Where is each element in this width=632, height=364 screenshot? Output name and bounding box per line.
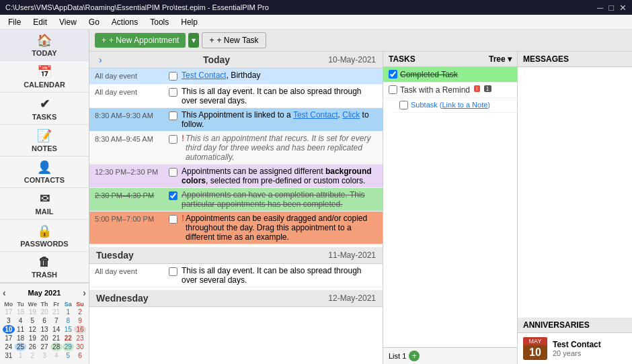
appt-checkbox[interactable]: [169, 215, 177, 224]
sidebar-item-tasks[interactable]: ✔ TASKS: [0, 93, 89, 124]
cal-cell[interactable]: 17: [3, 334, 15, 343]
sidebar-item-mail[interactable]: ✉ MAIL: [0, 188, 89, 220]
cal-cell[interactable]: 21: [50, 308, 63, 316]
cal-cell[interactable]: 4: [50, 351, 63, 360]
app-layout: 🏠 TODAY 📅 CALENDAR ✔ TASKS 📝 NOTES 👤 CON…: [0, 30, 632, 364]
menu-view[interactable]: View: [54, 16, 82, 28]
cal-cell[interactable]: 22: [63, 334, 75, 343]
cal-cell-today[interactable]: 10: [3, 325, 15, 334]
cal-cell[interactable]: 13: [38, 325, 50, 334]
cal-cell[interactable]: 2: [26, 351, 38, 360]
task-checkbox[interactable]: [389, 70, 397, 79]
appointment-830-930[interactable]: 8:30 AM–9:30 AM This Appointment is link…: [89, 108, 383, 132]
mini-cal-next[interactable]: ›: [83, 287, 86, 298]
cal-cell[interactable]: 26: [26, 343, 38, 351]
cal-cell[interactable]: 28: [50, 343, 63, 351]
cal-cell[interactable]: 20: [38, 334, 50, 343]
task-label: Subtask (Link to a Note): [411, 101, 490, 109]
menu-help[interactable]: Help: [175, 16, 203, 28]
day-nav-arrow[interactable]: ›: [96, 54, 105, 65]
cal-cell[interactable]: 7: [50, 316, 63, 325]
sidebar-item-contacts[interactable]: 👤 CONTACTS: [0, 156, 89, 188]
appt-checkbox[interactable]: [169, 267, 177, 276]
menu-tools[interactable]: Tools: [145, 16, 174, 28]
cal-cell[interactable]: 2: [74, 308, 86, 316]
sidebar-item-today[interactable]: 🏠 TODAY: [0, 30, 89, 61]
new-appointment-dropdown[interactable]: ▾: [188, 33, 199, 48]
menu-go[interactable]: Go: [83, 16, 105, 28]
cal-cell[interactable]: 11: [15, 325, 27, 334]
cal-cell[interactable]: 23: [74, 334, 86, 343]
appointment-allday-1[interactable]: All day event Test Contact, Birthday: [89, 69, 383, 85]
cal-cell[interactable]: 24: [3, 343, 15, 351]
cal-cell[interactable]: 6: [38, 316, 50, 325]
link-click[interactable]: Click: [342, 110, 360, 120]
appointment-allday-2[interactable]: All day event This is all day event. It …: [89, 85, 383, 108]
appointment-tue-allday[interactable]: All day event This is all day event. It …: [89, 264, 383, 287]
cal-cell[interactable]: 8: [63, 316, 75, 325]
cal-cell[interactable]: 1: [63, 308, 75, 316]
cal-cell[interactable]: 1: [15, 351, 27, 360]
close-button[interactable]: ✕: [619, 3, 627, 13]
cal-cell[interactable]: 18: [15, 334, 27, 343]
cal-cell[interactable]: 15: [63, 325, 75, 334]
appointment-830-945[interactable]: 8:30 AM–9:45 AM ! This is an appointment…: [89, 132, 383, 165]
sidebar-item-trash[interactable]: 🗑 TRASH: [0, 252, 89, 283]
add-list-button[interactable]: +: [409, 351, 420, 361]
cal-cell[interactable]: 5: [26, 316, 38, 325]
new-appointment-button[interactable]: + + New Appointment: [95, 33, 186, 48]
menu-edit[interactable]: Edit: [28, 16, 52, 28]
cal-cell[interactable]: 19: [26, 308, 38, 316]
menu-file[interactable]: File: [3, 16, 26, 28]
new-task-button[interactable]: + + New Task: [202, 32, 266, 48]
cal-cell[interactable]: 29: [63, 343, 75, 351]
link-test-contact[interactable]: Test Contact: [293, 110, 338, 120]
maximize-button[interactable]: □: [608, 3, 614, 13]
task-item-completed[interactable]: Completed Task: [383, 67, 517, 83]
appointment-230-430[interactable]: 2:30 PM–4:30 PM Appointments can have a …: [89, 188, 383, 212]
appt-checkbox[interactable]: [169, 72, 177, 81]
menu-actions[interactable]: Actions: [106, 16, 143, 28]
cal-cell[interactable]: 31: [3, 351, 15, 360]
tasks-view-mode[interactable]: Tree ▾: [489, 54, 512, 64]
appointment-1230-230[interactable]: 12:30 PM–2:30 PM Appointments can be ass…: [89, 165, 383, 188]
sidebar-item-notes[interactable]: 📝 NOTES: [0, 125, 89, 156]
task-label: Completed Task: [400, 70, 458, 79]
day-date-today: 10-May-2021: [328, 55, 376, 64]
cal-cell[interactable]: 4: [15, 316, 27, 325]
appt-link-testcontact[interactable]: Test Contact: [182, 71, 227, 80]
task-checkbox[interactable]: [399, 101, 408, 109]
anniversary-item[interactable]: MAY 10 Test Contact 20 years: [518, 333, 632, 364]
appt-checkbox[interactable]: [169, 191, 177, 200]
cal-cell[interactable]: 18: [15, 308, 27, 316]
cal-cell[interactable]: 20: [38, 308, 50, 316]
cal-cell[interactable]: 3: [3, 316, 15, 325]
cal-cell[interactable]: 25: [15, 343, 27, 351]
appt-checkbox[interactable]: [169, 168, 177, 177]
subtask-link[interactable]: Link to a Note: [442, 101, 487, 109]
minimize-button[interactable]: ─: [597, 3, 603, 13]
appt-checkbox[interactable]: [169, 111, 177, 120]
cal-cell[interactable]: 27: [38, 343, 50, 351]
appointment-500-700[interactable]: 5:00 PM–7:00 PM ! Appointments can be ea…: [89, 212, 383, 244]
cal-cell[interactable]: 21: [50, 334, 63, 343]
cal-cell[interactable]: 17: [3, 308, 15, 316]
cal-cell[interactable]: 12: [26, 325, 38, 334]
cal-cell[interactable]: 6: [74, 351, 86, 360]
sidebar-item-calendar[interactable]: 📅 CALENDAR: [0, 61, 89, 93]
appt-checkbox[interactable]: [169, 135, 177, 144]
cal-cell[interactable]: 30: [74, 343, 86, 351]
mini-cal-prev[interactable]: ‹: [3, 287, 6, 298]
cal-cell[interactable]: 16: [74, 325, 86, 334]
appt-checkbox[interactable]: [169, 88, 177, 97]
cal-cell[interactable]: 14: [50, 325, 63, 334]
cal-cell[interactable]: 9: [74, 316, 86, 325]
cal-cell[interactable]: 5: [63, 351, 75, 360]
cal-cell[interactable]: 19: [26, 334, 38, 343]
plus-icon-task: +: [209, 36, 214, 45]
cal-cell[interactable]: 3: [38, 351, 50, 360]
task-checkbox[interactable]: [389, 85, 397, 94]
task-item-subtask[interactable]: Subtask (Link to a Note): [394, 98, 517, 113]
sidebar-item-passwords[interactable]: 🔒 PASSWORDS: [0, 220, 89, 251]
task-item-remind[interactable]: Task with a Remind ! 1: [383, 83, 517, 98]
